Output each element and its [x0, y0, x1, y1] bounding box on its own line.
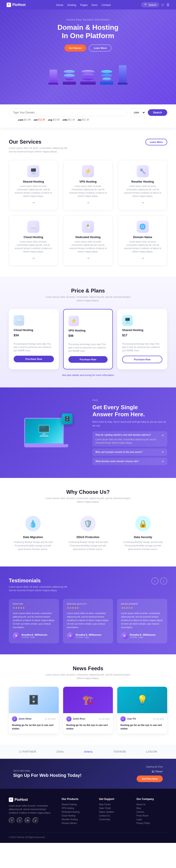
testimonial-1-name: Rowdha E. Williamson — [22, 633, 47, 636]
shared-hosting-link[interactable]: → — [31, 200, 35, 205]
news-card-1: 🗄️ J Javier Altrac 21 Jun 2021 Hosting g… — [9, 687, 59, 734]
reseller-hosting-desc: Lorem ipsum dolor sit amet, consectetur … — [123, 185, 162, 198]
plan-vps-price-value: 46 — [70, 334, 73, 337]
cloud-hosting-link[interactable]: → — [31, 256, 35, 260]
testimonials-next-button[interactable]: › — [160, 578, 167, 585]
laptop-wrap: 🖥️ 🗄️ — [24, 418, 68, 447]
faq-question-3: What domain name should I choose site? ▼ — [96, 460, 164, 463]
data-security-desc: Continuing Modular Design and the total … — [123, 540, 163, 551]
plan-vps-purchase-button[interactable]: Purchase Now — [68, 356, 108, 363]
ddos-icon: 🛡️ — [79, 515, 97, 532]
domain-search-button[interactable]: Search — [148, 109, 167, 116]
news-date-2: 21 Jun 2021 — [99, 718, 110, 720]
partner-2: Zilha — [57, 750, 64, 753]
services-header-left: Our Services Lorem ipsum dolor sit amet,… — [9, 139, 70, 154]
footer-link-help[interactable]: Help Center — [99, 803, 130, 806]
plan-shared-purchase-button[interactable]: Purchase Now — [122, 356, 162, 363]
vps-hosting-link[interactable]: → — [86, 200, 90, 205]
reseller-hosting-icon: 🔧 — [137, 165, 149, 177]
nav-docs[interactable]: Docs — [92, 3, 98, 7]
footer-support-col: Get Support Help Center Open Ticket Stat… — [99, 798, 130, 826]
news-author-2: Justin Rose — [73, 718, 85, 720]
domain-name-link[interactable]: → — [141, 256, 145, 260]
navbar-actions: 🔍 Search 🛒 ☰ — [141, 2, 169, 7]
footer-link-status[interactable]: Status Updates — [99, 811, 130, 813]
testimonial-2-role: Founder, Yappr — [76, 636, 101, 638]
testimonials-nav: ‹ › — [151, 578, 167, 585]
news-img-2: 🏗️ — [63, 687, 113, 713]
shared-hosting-icon: 🖥️ — [27, 165, 39, 177]
vps-hosting-icon: ⚡ — [82, 165, 94, 177]
nav-hosting[interactable]: Hosting — [67, 3, 76, 7]
footer-link-cloud[interactable]: Cloud Hosting — [62, 814, 93, 817]
footer-link-privacy[interactable]: Privacy Policy — [136, 822, 167, 825]
reseller-hosting-title: Reseller Hosting — [123, 180, 162, 183]
brand-logo[interactable]: P PioHost — [7, 3, 26, 7]
footer-link-contact[interactable]: Contact Us — [99, 814, 130, 817]
footer-link-reseller[interactable]: Reseller Hosting — [62, 818, 93, 820]
services-learn-more-button[interactable]: Learn More — [145, 139, 167, 145]
tld-select[interactable]: .com.net.org — [130, 109, 146, 116]
cta-left: Get to start today Sign Up For Web Hosti… — [13, 770, 81, 778]
news-author-row-2: J Justin Rose 21 Jun 2021 — [66, 716, 110, 721]
plans-section: Price & Plans Lorem ipsum dolor sit amet… — [0, 277, 176, 388]
domain-name-icon: 🌐 — [137, 221, 149, 233]
building-right — [118, 65, 128, 85]
nav-contact[interactable]: Contact — [102, 3, 111, 7]
testimonials-prev-button[interactable]: ‹ — [151, 578, 159, 585]
plan-cloud-icon: ☁️ — [14, 315, 24, 326]
cta-price-value: $2.75 — [152, 770, 158, 773]
footer-link-careers[interactable]: Careers — [136, 811, 167, 813]
faq-illustration: 🖥️ 🗄️ — [9, 418, 83, 447]
footer-link-ticket[interactable]: Open Ticket — [99, 807, 130, 809]
footer-link-community[interactable]: Community — [99, 818, 130, 820]
testimonial-3-role: Founder, Yappr — [130, 636, 155, 638]
footer-link-legal[interactable]: Legal — [136, 818, 167, 820]
social-twitter[interactable]: t — [17, 817, 23, 824]
plans-footer-link[interactable]: See plan details and pricing for more in… — [62, 374, 114, 376]
footer-link-dedicated[interactable]: Dedicated Hosting — [62, 811, 93, 813]
cloud-hosting-icon: ☁️ — [27, 221, 39, 233]
domain-search-input[interactable] — [9, 109, 128, 116]
social-youtube[interactable]: y — [33, 817, 39, 824]
faq-item-3[interactable]: What domain name should I choose site? ▼ — [93, 458, 167, 465]
cta-button[interactable]: Get Plan Now — [137, 775, 163, 782]
hero-title: Domain & HostingIn One Platform — [4, 23, 172, 40]
social-facebook[interactable]: f — [9, 817, 15, 824]
tld-net: .net $12.28 — [33, 119, 45, 121]
domain-name-title: Domain Name — [123, 236, 162, 239]
footer-link-domain[interactable]: Domain Names — [62, 822, 93, 825]
menu-icon[interactable]: ☰ — [167, 3, 169, 7]
plans-subtitle: Lorem ipsum dolor sit amet, consectetur … — [44, 295, 132, 302]
plan-cloud-purchase-button[interactable]: Purchase Now — [14, 356, 54, 362]
cart-icon[interactable]: 🛒 — [161, 3, 165, 7]
testimonials-title: Testimonials — [9, 578, 70, 584]
nav-home[interactable]: Home — [56, 3, 63, 7]
footer-link-blog[interactable]: Blog — [136, 807, 167, 809]
footer-link-about[interactable]: About Us — [136, 803, 167, 806]
plan-vps-desc: Processing technology store data This pl… — [68, 343, 108, 352]
cloud-hosting-title: Cloud Hosting — [14, 236, 53, 239]
learn-more-hero-button[interactable]: Learn More — [89, 44, 111, 52]
cta-price-period: /mo* — [158, 770, 163, 773]
partners-section: ⬡ PARTNER Zilha intera. TEKNOB LOGOM — [0, 745, 176, 759]
testimonial-1-author-info: Rowdha E. Williamson Founder, Yappr — [22, 633, 47, 638]
footer-link-vps[interactable]: VPS Hosting — [62, 807, 93, 809]
data-migration-icon: 💧 — [24, 515, 42, 532]
reseller-hosting-link[interactable]: → — [141, 200, 145, 205]
faq-item-1[interactable]: How do I getting started a new web domai… — [93, 431, 167, 447]
footer-products-col: Our Products Shared Hosting VPS Hosting … — [62, 798, 93, 826]
dedicated-hosting-link[interactable]: → — [86, 256, 90, 260]
faq-item-2[interactable]: Why can't people connect to the new serv… — [93, 448, 167, 456]
cta-label: Get to start today — [13, 770, 81, 772]
plan-shared-icon: 🖥️ — [122, 315, 133, 326]
faq-chevron-3: ▼ — [162, 460, 164, 463]
nav-pages[interactable]: Pages — [80, 3, 87, 7]
server-stack-center — [80, 70, 96, 85]
footer-link-shared[interactable]: Shared Hosting — [62, 803, 93, 806]
social-instagram[interactable]: in — [25, 817, 31, 824]
navbar-search-button[interactable]: 🔍 Search — [141, 2, 159, 7]
get-started-button[interactable]: Get Started — [65, 44, 86, 52]
testimonials-header-left: Testimonials Lorem ipsum dolor sit amet,… — [9, 578, 70, 592]
footer-link-press[interactable]: Press Room — [136, 814, 167, 817]
